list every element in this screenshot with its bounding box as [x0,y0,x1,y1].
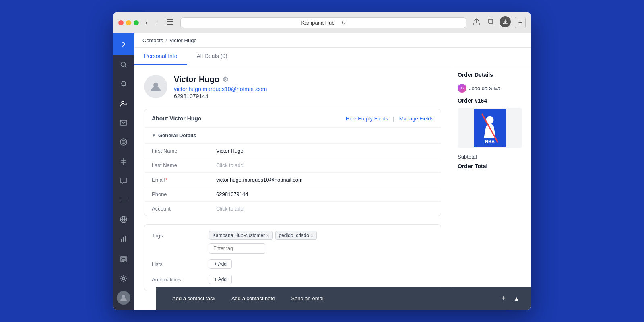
svg-text:NBA: NBA [485,139,495,144]
tag-chip-pedido: pedido_criado × [275,231,317,240]
sidebar-item-lists[interactable] [115,191,132,209]
sidebar-item-messages[interactable] [115,172,132,190]
svg-point-5 [121,62,126,67]
automations-label: Automations [152,277,204,283]
automations-add-button[interactable]: + Add [209,275,232,284]
field-label-account: Account [152,206,216,212]
order-subtotal: Subtotal [458,154,525,160]
content-area: Victor Hugo ⚙ victor.hugo.marques10@hotm… [134,65,531,310]
right-panel: Order Details JS João da Silva Order #16… [451,65,531,310]
sidebar-item-contacts[interactable] [115,95,132,112]
sidebar-toggle-button[interactable] [164,17,176,28]
tag-remove-pedido[interactable]: × [311,233,313,238]
browser-actions [471,16,511,29]
field-label-phone: Phone [152,191,216,197]
sidebar-item-web[interactable] [115,211,132,228]
sidebar-item-deals[interactable] [115,153,132,170]
main-content: Contacts / Victor Hugo Personal Info All… [134,33,531,310]
breadcrumb: Contacts / Victor Hugo [134,33,531,48]
reload-icon[interactable]: ↻ [341,20,346,26]
svg-rect-14 [125,236,126,242]
tags-label: Tags [152,231,204,239]
bottom-collapse-button[interactable]: ▲ [510,293,523,304]
lists-add-button[interactable]: + Add [209,259,232,269]
field-label-email: Email* [152,177,216,183]
general-details-header[interactable]: ▼ General Details [144,128,441,143]
add-contact-task-button[interactable]: Add a contact task [164,292,223,305]
svg-rect-1 [167,21,173,22]
content-container: Victor Hugo ⚙ victor.hugo.marques10@hotm… [134,65,531,310]
field-value-firstname[interactable]: Victor Hugo [216,148,244,154]
tags-content: Kampana Hub-customer × pedido_criado × [209,231,433,254]
minimize-button[interactable] [126,20,131,25]
new-tab-button[interactable]: + [515,17,526,28]
field-row-lastname: Last Name Click to add [144,158,441,172]
page-title: Kampana Hub [301,20,334,26]
order-owner-row: JS João da Silva [458,84,525,93]
traffic-lights [118,20,139,25]
tag-input[interactable] [209,243,265,254]
duplicate-button[interactable] [485,16,497,29]
sidebar-item-reports[interactable] [115,230,132,248]
tab-personal-info[interactable]: Personal Info [134,48,187,65]
lists-label: Lists [152,261,204,267]
contact-settings-icon[interactable]: ⚙ [223,76,228,83]
add-contact-note-button[interactable]: Add a contact note [223,292,283,305]
field-row-account: Account Click to add [144,201,441,216]
field-value-email[interactable]: victor.hugo.marques10@hotmail.com [216,177,303,183]
svg-point-18 [122,295,125,298]
sidebar-item-campaigns[interactable] [115,133,132,151]
send-email-button[interactable]: Send an email [283,292,332,305]
share-button[interactable] [471,16,483,29]
breadcrumb-contacts[interactable]: Contacts [142,37,163,43]
svg-rect-7 [120,120,127,125]
svg-point-17 [122,277,125,280]
sidebar-item-ideas[interactable] [115,75,132,93]
tags-section: Tags Kampana Hub-customer × pedido_ [144,224,441,291]
automations-row: Automations + Add [152,275,433,284]
svg-point-6 [122,101,124,104]
sidebar-item-search[interactable] [115,56,132,74]
required-indicator: * [166,177,168,183]
tag-remove-kampana[interactable]: × [266,233,269,238]
sidebar-item-mail[interactable] [115,114,132,132]
sidebar-collapse-button[interactable] [113,33,134,55]
owner-avatar: JS [458,84,466,93]
close-button[interactable] [118,20,124,25]
general-details-group: ▼ General Details First Name Victor Hugo… [144,128,441,216]
svg-rect-13 [123,237,124,242]
contact-name-row: Victor Hugo ⚙ [174,75,441,84]
svg-rect-0 [167,19,173,20]
user-avatar-sidebar[interactable] [115,289,132,307]
maximize-button[interactable] [134,20,139,25]
contact-phone: 62981079144 [174,93,441,99]
address-bar[interactable]: Kampana Hub ↻ [180,17,466,28]
main-panel: Victor Hugo ⚙ victor.hugo.marques10@hotm… [134,65,451,310]
field-placeholder-account[interactable]: Click to add [216,206,244,212]
about-section-actions: Hide Empty Fields | Manage Fields [346,116,433,122]
nba-logo: NBA [458,108,522,148]
tab-all-deals[interactable]: All Deals (0) [187,48,237,65]
hide-empty-fields-link[interactable]: Hide Empty Fields [346,116,388,122]
sidebar-item-settings[interactable] [115,270,132,287]
field-value-phone[interactable]: 62981079144 [216,191,248,197]
contact-header: Victor Hugo ⚙ victor.hugo.marques10@hotm… [144,75,441,99]
forward-button[interactable]: › [154,18,161,27]
order-total: Order Total [458,163,525,169]
bottom-action-bar: Add a contact task Add a contact note Se… [156,287,531,310]
order-details-title: Order Details [458,72,525,78]
back-button[interactable]: ‹ [143,18,150,27]
lists-row: Lists + Add [152,259,433,269]
download-button[interactable] [500,16,511,27]
bottom-plus-button[interactable]: + [497,292,510,305]
field-placeholder-lastname[interactable]: Click to add [216,162,244,168]
sidebar-item-templates[interactable] [115,250,132,268]
contact-email[interactable]: victor.hugo.marques10@hotmail.com [174,86,441,92]
field-label-lastname: Last Name [152,162,216,168]
contact-info: Victor Hugo ⚙ victor.hugo.marques10@hotm… [174,75,441,99]
svg-point-10 [123,142,124,143]
sidebar [113,33,134,310]
tags-list: Kampana Hub-customer × pedido_criado × [209,231,433,240]
app-container: Contacts / Victor Hugo Personal Info All… [113,33,531,310]
manage-fields-link[interactable]: Manage Fields [399,116,433,122]
